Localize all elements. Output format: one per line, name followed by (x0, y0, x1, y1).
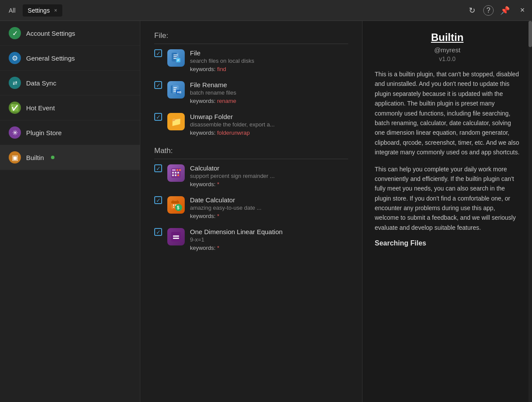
plugin-checkbox-linear-equation[interactable] (154, 228, 162, 236)
svg-rect-25 (171, 201, 179, 204)
general-settings-icon: ⚙ (9, 52, 21, 64)
plugin-name-calculator: Calculator (190, 164, 348, 172)
svg-rect-29 (173, 200, 173, 202)
plugin-checkbox-file-rename[interactable] (154, 81, 162, 89)
plugin-keywords-unwrap-folder: keywords: folderunwrap (190, 129, 348, 136)
plugin-name-file-rename: File Rename (190, 81, 348, 89)
pin-icon[interactable]: 📌 (499, 4, 511, 17)
sidebar-label-plugin-store: Plugin Store (26, 129, 62, 136)
sidebar-item-hot-event[interactable]: ✅ Hot Event (0, 95, 140, 120)
sidebar: ✓ Account Settings ⚙ General Settings ⇄ … (0, 21, 140, 402)
sidebar-item-general-settings[interactable]: ⚙ General Settings (0, 46, 140, 71)
plugin-item-file: F File search files on local disks keywo… (154, 49, 348, 72)
plugin-item-date-calculator: $ Date Calculator amazing easy-to-use da… (154, 196, 348, 219)
date-calculator-plugin-icon: $ (167, 196, 185, 214)
sidebar-label-data-sync: Data Sync (26, 79, 56, 87)
sidebar-label-general-settings: General Settings (26, 55, 75, 62)
top-bar: All Settings × ↻ ? 📌 × (0, 0, 532, 21)
tab-settings-close[interactable]: × (54, 7, 57, 14)
plugin-info-linear-equation: One Dimension Linear Equation 9-x=1 keyw… (190, 228, 348, 251)
builtin-active-dot (51, 156, 54, 159)
svg-rect-3 (173, 56, 177, 57)
plugin-detail-desc2: This can help you complete your daily wo… (375, 164, 520, 233)
builtin-icon: ▣ (9, 151, 21, 164)
plugin-checkbox-calculator[interactable] (154, 164, 162, 172)
svg-rect-26 (173, 204, 174, 206)
plugin-desc-unwrap-folder: disassemble the folder, export a... (190, 121, 348, 128)
plugin-info-file-rename: File Rename batch rename files keywords:… (190, 81, 348, 104)
svg-rect-34 (173, 235, 179, 237)
plugin-keywords-file: keywords: find (190, 66, 348, 72)
svg-rect-10 (173, 89, 176, 90)
svg-rect-9 (173, 87, 177, 88)
svg-rect-23 (177, 174, 179, 176)
svg-rect-17 (179, 169, 181, 171)
keyword-unwrap-folder: folderunwrap (217, 129, 250, 136)
plugin-item-unwrap-folder: 📁 Unwrap Folder disassemble the folder, … (154, 113, 348, 136)
file-rename-plugin-icon: AB (167, 81, 185, 99)
svg-rect-19 (175, 172, 176, 174)
sidebar-item-builtin[interactable]: ▣ Builtin (0, 145, 140, 170)
data-sync-icon: ⇄ (9, 77, 21, 89)
svg-rect-16 (176, 169, 178, 171)
svg-rect-21 (172, 174, 174, 176)
sidebar-label-account-settings: Account Settings (26, 30, 75, 37)
keyword-file: find (217, 66, 226, 72)
svg-rect-30 (177, 200, 178, 202)
plugin-checkbox-file[interactable] (154, 49, 162, 57)
plugin-desc-date-calculator: amazing easy-to-use date ... (190, 204, 348, 211)
plugin-detail-version: v1.0.0 (375, 55, 520, 62)
file-section-title: File: (154, 31, 348, 44)
help-icon[interactable]: ? (483, 5, 494, 16)
svg-rect-35 (173, 238, 179, 239)
plugin-info-date-calculator: Date Calculator amazing easy-to-use date… (190, 196, 348, 219)
tab-all[interactable]: All (3, 4, 21, 17)
plugin-info-calculator: Calculator support percent sign remainde… (190, 164, 348, 187)
plugin-detail: Builtin @myrest v1.0.0 This is a builtin… (363, 21, 532, 261)
plugin-keywords-linear-equation: keywords: * (190, 245, 348, 251)
sidebar-item-account-settings[interactable]: ✓ Account Settings (0, 21, 140, 46)
plugin-info-unwrap-folder: Unwrap Folder disassemble the folder, ex… (190, 113, 348, 136)
plugin-checkbox-date-calculator[interactable] (154, 196, 162, 204)
sidebar-item-data-sync[interactable]: ⇄ Data Sync (0, 71, 140, 95)
top-bar-actions: ↻ ? 📌 × (466, 4, 529, 17)
hot-event-icon: ✅ (9, 102, 21, 114)
plugin-detail-author: @myrest (375, 46, 520, 54)
plugin-name-linear-equation: One Dimension Linear Equation (190, 228, 348, 235)
svg-text:$: $ (177, 205, 180, 210)
plugin-name-date-calculator: Date Calculator (190, 196, 348, 204)
middle-panel: File: F File search files on local disks… (140, 21, 362, 402)
plugin-checkbox-unwrap-folder[interactable] (154, 113, 162, 121)
plugin-name-file: File (190, 49, 348, 57)
plugin-detail-desc1: This is a builtin plugin, that can't be … (375, 69, 520, 157)
svg-text:AB: AB (177, 91, 181, 94)
sidebar-item-plugin-store[interactable]: ✳ Plugin Store (0, 120, 140, 145)
close-icon[interactable]: × (516, 4, 529, 17)
keyword-calculator: * (217, 181, 219, 187)
plugin-desc-calculator: support percent sign remainder ... (190, 173, 348, 179)
svg-rect-11 (173, 91, 176, 92)
plugin-info-file: File search files on local disks keyword… (190, 49, 348, 72)
calculator-plugin-icon (167, 164, 185, 182)
refresh-icon[interactable]: ↻ (466, 4, 478, 17)
svg-rect-18 (172, 172, 174, 174)
svg-rect-22 (175, 174, 176, 176)
right-panel: Builtin @myrest v1.0.0 This is a builtin… (362, 21, 532, 402)
keyword-linear-equation: * (217, 245, 219, 251)
svg-rect-2 (173, 55, 178, 55)
plugin-item-file-rename: AB File Rename batch rename files keywor… (154, 81, 348, 104)
tab-settings[interactable]: Settings × (23, 4, 63, 17)
svg-rect-15 (172, 169, 176, 171)
plugin-detail-section-title: Searching Files (375, 239, 520, 247)
svg-text:F: F (177, 58, 180, 62)
sidebar-label-builtin: Builtin (26, 154, 44, 161)
plugin-item-calculator: Calculator support percent sign remainde… (154, 164, 348, 187)
plugin-keywords-date-calculator: keywords: * (190, 213, 348, 219)
file-plugin-icon: F (167, 49, 185, 67)
plugin-item-linear-equation: One Dimension Linear Equation 9-x=1 keyw… (154, 228, 348, 251)
linear-equation-plugin-icon (167, 228, 185, 245)
math-section-title: Math: (154, 146, 348, 159)
plugin-desc-file-rename: batch rename files (190, 89, 348, 96)
sidebar-label-hot-event: Hot Event (26, 104, 55, 112)
unwrap-folder-plugin-icon: 📁 (167, 113, 185, 130)
